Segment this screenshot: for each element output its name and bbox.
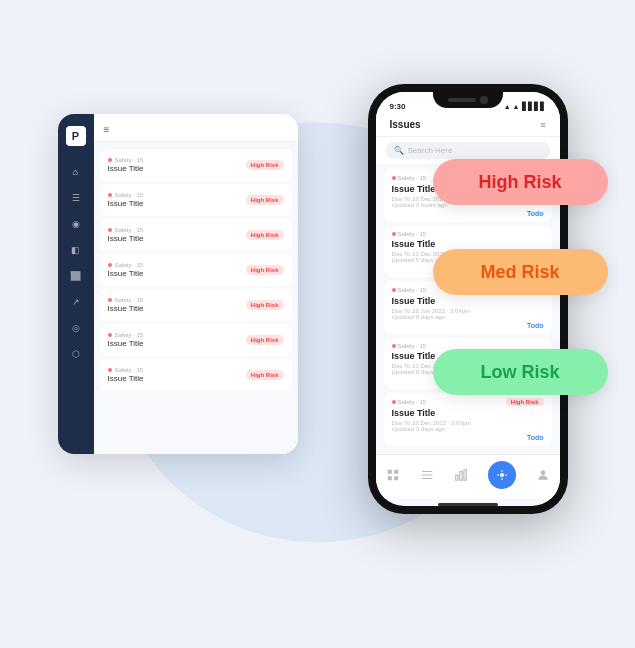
phone-camera [480, 96, 488, 104]
phone-app-title: Issues [390, 119, 421, 130]
tablet-risk-badge: High Risk [246, 195, 284, 205]
sidebar-icon-settings[interactable]: ⬡ [68, 346, 84, 362]
sidebar-icon-home[interactable]: ⌂ [68, 164, 84, 180]
phone-device: 9:30 ▲▲▋▋▋▋ Issues ≡ 🔍 Search Here [368, 84, 568, 514]
table-row: Safety · 15 Issue Title High Risk [100, 219, 292, 251]
sidebar-icon-docs[interactable]: ◧ [68, 242, 84, 258]
high-risk-badge: High Risk [433, 159, 608, 205]
sidebar-icon-issues[interactable]: ☰ [68, 190, 84, 206]
scene: P ⌂ ☰ ◉ ◧ ⬜ ↗ ◎ ⬡ ≡ Safety · 15 Issue Ti… [38, 64, 598, 584]
phone-search-bar[interactable]: 🔍 Search Here [386, 142, 550, 159]
sidebar-icon-users[interactable]: ◉ [68, 216, 84, 232]
phone-risk-badge: High Risk [506, 398, 544, 406]
phone-todo-label: Todo [527, 434, 544, 441]
tablet-list: Safety · 15 Issue Title High Risk Safety… [94, 142, 298, 454]
phone-updated: Updated 3 days ago [392, 426, 544, 432]
tablet-meta-text: Safety · 15 [115, 297, 144, 303]
svg-rect-8 [459, 472, 461, 481]
tablet-device: P ⌂ ☰ ◉ ◧ ⬜ ↗ ◎ ⬡ ≡ Safety · 15 Issue Ti… [58, 114, 298, 454]
tablet-risk-badge: High Risk [246, 300, 284, 310]
phone-meta-text: Safety · 15 [398, 399, 427, 405]
tablet-risk-badge: High Risk [246, 160, 284, 170]
tablet-issue-title: Issue Title [108, 234, 144, 243]
sidebar-icon-reports[interactable]: ⬜ [68, 268, 84, 284]
tablet-risk-badge: High Risk [246, 335, 284, 345]
svg-rect-1 [394, 470, 398, 474]
tablet-risk-badge: High Risk [246, 370, 284, 380]
tablet-issue-title: Issue Title [108, 199, 144, 208]
sidebar-icon-profile[interactable]: ◎ [68, 320, 84, 336]
tablet-meta-text: Safety · 15 [115, 192, 144, 198]
phone-meta-text: Safety · 15 [398, 343, 427, 349]
table-row: Safety · 15 Issue Title High Risk [100, 289, 292, 321]
nav-item-list[interactable] [420, 468, 434, 482]
nav-item-home[interactable] [386, 468, 400, 482]
tablet-header: ≡ [94, 114, 298, 142]
svg-point-11 [540, 470, 545, 475]
tablet-issue-title: Issue Title [108, 374, 144, 383]
phone-nav [376, 454, 560, 499]
high-risk-label: High Risk [478, 172, 561, 193]
phone-home-bar [438, 503, 498, 506]
nav-item-profile[interactable] [536, 468, 550, 482]
tablet-issue-title: Issue Title [108, 164, 144, 173]
tablet-issue-title: Issue Title [108, 339, 144, 348]
tablet-risk-badge: High Risk [246, 230, 284, 240]
sidebar-icon-chart[interactable]: ↗ [68, 294, 84, 310]
list-item[interactable]: Safety · 15 High Risk Issue Title Due To… [384, 393, 552, 446]
med-risk-badge: Med Risk [433, 249, 608, 295]
tablet-meta-text: Safety · 15 [115, 332, 144, 338]
status-time: 9:30 [390, 102, 406, 111]
table-row: Safety · 15 Issue Title High Risk [100, 359, 292, 391]
nav-item-chart[interactable] [454, 468, 468, 482]
phone-issue-list: Safety · 15 High Risk Issue Title Due To… [376, 164, 560, 454]
nav-active-dot [488, 461, 516, 489]
phone-screen: 9:30 ▲▲▋▋▋▋ Issues ≡ 🔍 Search Here [376, 92, 560, 506]
phone-meta-text: Safety · 15 [398, 287, 427, 293]
phone-issue-title: Issue Title [392, 408, 544, 418]
tablet-meta-text: Safety · 15 [115, 227, 144, 233]
phone-updated: Updated 9 days ago [392, 314, 544, 320]
low-risk-label: Low Risk [480, 362, 559, 383]
table-row: Safety · 15 Issue Title High Risk [100, 254, 292, 286]
table-row: Safety · 15 Issue Title High Risk [100, 149, 292, 181]
phone-todo-label: Todo [527, 322, 544, 329]
phone-meta-text: Safety · 15 [398, 231, 427, 237]
tablet-issue-title: Issue Title [108, 304, 144, 313]
tablet-meta-text: Safety · 15 [115, 157, 144, 163]
svg-rect-9 [463, 470, 465, 481]
phone-todo-label: Todo [527, 210, 544, 217]
med-risk-label: Med Risk [480, 262, 559, 283]
tablet-risk-badge: High Risk [246, 265, 284, 275]
phone-notch [433, 92, 503, 108]
tablet-issue-title: Issue Title [108, 269, 144, 278]
table-row: Safety · 15 Issue Title High Risk [100, 184, 292, 216]
search-placeholder: Search Here [408, 146, 453, 155]
app-logo: P [66, 126, 86, 146]
tablet-meta-text: Safety · 15 [115, 262, 144, 268]
phone-meta-text: Safety · 15 [398, 175, 427, 181]
phone-issue-title: Issue Title [392, 239, 544, 249]
status-icons: ▲▲▋▋▋▋ [504, 102, 546, 111]
low-risk-badge: Low Risk [433, 349, 608, 395]
nav-item-active[interactable] [488, 461, 516, 489]
phone-speaker [448, 98, 476, 102]
svg-rect-2 [387, 476, 391, 480]
svg-rect-7 [455, 475, 457, 480]
tablet-sidebar: P ⌂ ☰ ◉ ◧ ⬜ ↗ ◎ ⬡ [58, 114, 94, 454]
svg-point-10 [500, 473, 504, 477]
tablet-content: ≡ Safety · 15 Issue Title High Risk Safe… [94, 114, 298, 454]
table-row: Safety · 15 Issue Title High Risk [100, 324, 292, 356]
search-icon: 🔍 [394, 146, 404, 155]
tablet-meta-text: Safety · 15 [115, 367, 144, 373]
svg-rect-3 [394, 476, 398, 480]
phone-issue-title: Issue Title [392, 296, 544, 306]
svg-rect-0 [387, 470, 391, 474]
filter-icon[interactable]: ≡ [540, 120, 545, 130]
hamburger-icon: ≡ [104, 124, 110, 135]
phone-app-header: Issues ≡ [376, 115, 560, 137]
